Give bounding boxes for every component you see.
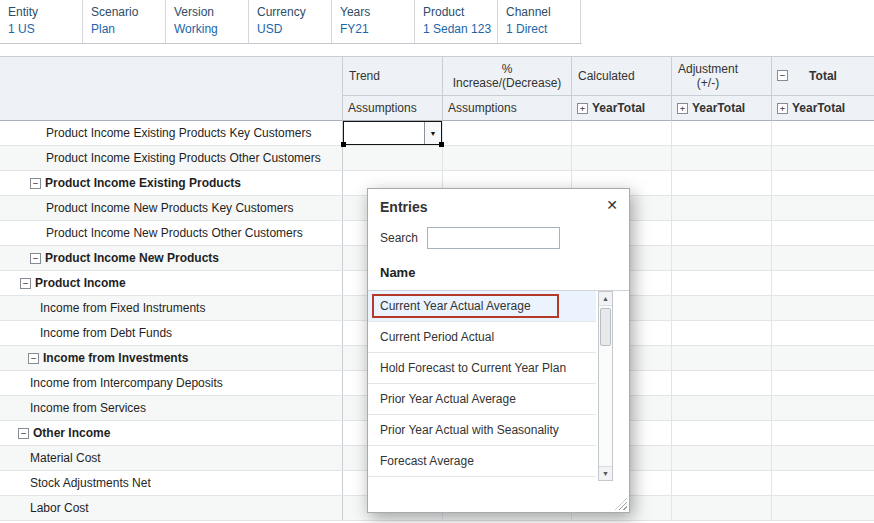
cell-adjustment[interactable]: [672, 146, 772, 170]
cell-adjustment[interactable]: [672, 121, 772, 145]
column-header-calculated[interactable]: Calculated: [572, 57, 672, 96]
row-header[interactable]: − Other Income: [0, 421, 343, 445]
row-header[interactable]: − Material Cost: [0, 446, 343, 470]
cell-total[interactable]: [772, 421, 874, 445]
pov-item[interactable]: Channel 1 Direct: [498, 0, 581, 43]
row-header[interactable]: − Income from Intercompany Deposits: [0, 371, 343, 395]
column-header-trend[interactable]: Trend: [343, 57, 443, 96]
row-header[interactable]: − Stock Adjustments Net: [0, 471, 343, 495]
row-header[interactable]: − Income from Debt Funds: [0, 321, 343, 345]
pov-item[interactable]: Currency USD: [249, 0, 332, 43]
subheader-increase-assumptions[interactable]: Assumptions: [443, 96, 572, 121]
subheader-calculated-yeartotal[interactable]: + YearTotal: [572, 96, 672, 121]
cell-adjustment[interactable]: [672, 171, 772, 195]
cell-calculated[interactable]: [572, 146, 672, 170]
cell-trend[interactable]: ▼: [343, 121, 443, 145]
collapse-icon[interactable]: −: [18, 428, 29, 439]
cell-adjustment[interactable]: [672, 196, 772, 220]
cell-adjustment[interactable]: [672, 446, 772, 470]
cell-total[interactable]: [772, 371, 874, 395]
cell-adjustment[interactable]: [672, 221, 772, 245]
close-icon[interactable]: ✕: [606, 197, 618, 213]
cell-total[interactable]: [772, 271, 874, 295]
scroll-down-button[interactable]: ▼: [599, 466, 612, 480]
row-header[interactable]: − Product Income New Products Other Cust…: [0, 221, 343, 245]
list-item[interactable]: Prior Year Actual Average: [368, 384, 596, 415]
cell-adjustment[interactable]: [672, 421, 772, 445]
row-header[interactable]: − Labor Cost: [0, 496, 343, 520]
collapse-icon[interactable]: −: [20, 278, 31, 289]
row-header[interactable]: − Product Income Existing Products Key C…: [0, 121, 343, 145]
cell-adjustment[interactable]: [672, 246, 772, 270]
search-input[interactable]: [427, 227, 560, 249]
expand-icon[interactable]: +: [777, 103, 788, 114]
cell-total[interactable]: [772, 321, 874, 345]
scrollbar[interactable]: ▲ ▼: [598, 291, 613, 481]
dialog-title[interactable]: Entries: [380, 199, 427, 215]
fill-handle[interactable]: [439, 142, 444, 147]
subheader-trend-assumptions[interactable]: Assumptions: [343, 96, 443, 121]
cell-total[interactable]: [772, 296, 874, 320]
list-item[interactable]: Hold Forecast to Current Year Plan: [368, 353, 596, 384]
cell-total[interactable]: [772, 196, 874, 220]
cell-total[interactable]: [772, 471, 874, 495]
collapse-icon[interactable]: −: [28, 353, 39, 364]
trend-dropdown[interactable]: ▼: [343, 121, 442, 145]
cell-adjustment[interactable]: [672, 496, 772, 520]
cell-adjustment[interactable]: [672, 321, 772, 345]
collapse-icon[interactable]: −: [30, 178, 41, 189]
row-header[interactable]: − Income from Services: [0, 396, 343, 420]
resize-grip[interactable]: [615, 498, 627, 510]
collapse-icon[interactable]: −: [30, 253, 41, 264]
pov-item[interactable]: Entity 1 US: [0, 0, 83, 43]
cell-adjustment[interactable]: [672, 471, 772, 495]
column-header-total[interactable]: − Total: [772, 57, 874, 96]
scroll-up-button[interactable]: ▲: [599, 292, 612, 306]
expand-icon[interactable]: +: [677, 103, 688, 114]
row-header[interactable]: − Product Income New Products Key Custom…: [0, 196, 343, 220]
row-header[interactable]: − Income from Fixed Instruments: [0, 296, 343, 320]
cell-increase-decrease[interactable]: [443, 146, 572, 170]
expand-icon[interactable]: +: [577, 103, 588, 114]
cell-total[interactable]: [772, 346, 874, 370]
pov-member-value[interactable]: 1 US: [8, 22, 78, 37]
scrollbar-thumb[interactable]: [600, 308, 611, 346]
cell-total[interactable]: [772, 246, 874, 270]
pov-member-value[interactable]: Plan: [91, 22, 161, 37]
row-header[interactable]: − Product Income Existing Products: [0, 171, 343, 195]
cell-total[interactable]: [772, 446, 874, 470]
cell-total[interactable]: [772, 121, 874, 145]
cell-total[interactable]: [772, 396, 874, 420]
list-item[interactable]: Current Period Actual: [368, 322, 596, 353]
cell-total[interactable]: [772, 171, 874, 195]
pov-member-value[interactable]: USD: [257, 22, 327, 37]
collapse-icon[interactable]: −: [777, 70, 788, 81]
subheader-total-yeartotal[interactable]: + YearTotal: [772, 96, 874, 121]
cell-increase-decrease[interactable]: [443, 121, 572, 145]
pov-item[interactable]: Scenario Plan: [83, 0, 166, 43]
cell-adjustment[interactable]: [672, 296, 772, 320]
cell-total[interactable]: [772, 221, 874, 245]
cell-total[interactable]: [772, 146, 874, 170]
row-header[interactable]: − Product Income: [0, 271, 343, 295]
pov-item[interactable]: Product 1 Sedan 123: [415, 0, 498, 43]
selection-handle[interactable]: [341, 142, 346, 147]
pov-item[interactable]: Version Working: [166, 0, 249, 43]
cell-adjustment[interactable]: [672, 371, 772, 395]
row-header[interactable]: − Product Income Existing Products Other…: [0, 146, 343, 170]
row-header[interactable]: − Product Income New Products: [0, 246, 343, 270]
column-header-increase-decrease[interactable]: % Increase/(Decrease): [443, 57, 572, 96]
list-item[interactable]: Prior Year Actual with Seasonality: [368, 415, 596, 446]
cell-adjustment[interactable]: [672, 271, 772, 295]
cell-calculated[interactable]: [572, 121, 672, 145]
list-item[interactable]: Current Year Actual Average: [368, 291, 596, 322]
list-item[interactable]: Forecast Average: [368, 446, 596, 477]
cell-adjustment[interactable]: [672, 396, 772, 420]
cell-trend[interactable]: ▼: [343, 146, 443, 170]
pov-member-value[interactable]: FY21: [340, 22, 410, 37]
pov-member-value[interactable]: 1 Sedan 123: [423, 22, 493, 37]
subheader-adjustment-yeartotal[interactable]: + YearTotal: [672, 96, 772, 121]
cell-adjustment[interactable]: [672, 346, 772, 370]
cell-total[interactable]: [772, 496, 874, 520]
column-header-adjustment[interactable]: Adjustment (+/-): [672, 57, 772, 96]
